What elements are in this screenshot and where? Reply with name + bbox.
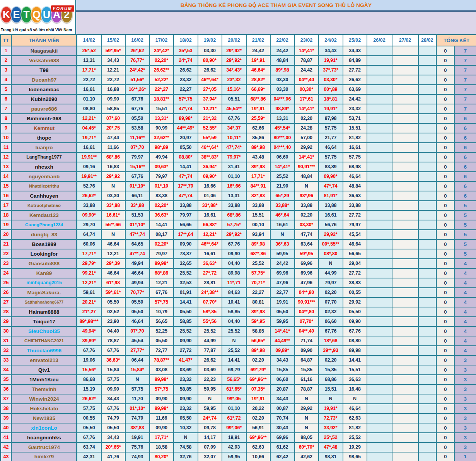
score-cell: 53,58 [125,123,150,133]
score-cell [392,65,418,75]
table-row: 24Kan8999,21*46,6446,6468*,8625,5227*,72… [1,268,476,278]
row-index-cell: 26 [1,288,12,297]
score-cell: 00,30* [295,85,319,94]
score-cell: 33,88 [246,201,270,210]
score-cell [392,201,418,210]
score-cell: 36,94* [198,162,222,172]
score-cell: 32,65 [174,259,198,268]
score-cell [418,104,437,114]
score-cell: 15,16* [222,85,246,94]
col-header-date: 23/02 [295,35,319,46]
row-index-cell: 6 [1,94,12,104]
score-cell: 33,88* [270,201,295,210]
total-cell: 4 [454,346,476,355]
zero-cell: 0 [437,172,454,181]
score-cell: 09,90 [343,317,367,326]
score-cell: 02,20* [150,201,174,210]
total-cell: 3 [454,423,476,433]
score-cell [392,75,418,85]
score-cell: 18*,81 [319,94,343,104]
score-cell: 15,85 [270,365,295,375]
score-cell [392,46,418,56]
score-cell: 45,54 [343,230,367,239]
score-cell: 33*,88* [198,201,222,210]
score-cell [367,152,392,162]
total-cell: 5 [454,230,476,239]
score-cell: 89*,98 [246,239,270,249]
score-cell: 61*,72 [222,413,246,423]
score-cell: 27,77* [125,346,150,355]
score-cell [392,152,418,162]
score-cell: 21,90 [270,181,295,191]
score-cell: 03,30 [198,46,222,56]
score-cell: 57*,75 [150,384,174,394]
score-cell [392,56,418,65]
score-cell [418,220,437,230]
zero-cell: 0 [437,413,454,423]
row-index-cell: 11 [1,143,12,152]
score-cell: 84,89 [343,56,367,65]
zero-cell: 0 [437,162,454,172]
score-cell: N [295,394,319,404]
score-cell: 56,65 [150,317,174,326]
score-cell: 19,91* [319,104,343,114]
score-cell: 83,38 [150,191,174,201]
member-name-cell: Gautruc1974 [12,442,77,452]
score-cell [418,230,437,239]
score-cell [367,278,392,288]
score-cell: 18,81** [150,94,174,104]
row-index-cell: 29 [1,317,12,326]
score-cell: 69,96 [270,268,295,278]
score-cell: 09,90 [295,346,319,355]
col-header-date: 17/02 [150,35,174,46]
score-cell [392,278,418,288]
score-cell: 19,91** [77,172,101,181]
score-cell: 21*,32 [198,114,222,123]
score-cell: 05,50 [125,114,150,123]
member-name-cell: Satthuhoahong6677 [12,297,77,307]
score-cell [418,442,437,452]
row-index-cell: 5 [1,85,12,94]
member-name-cell: Hokshelato [12,404,77,413]
score-cell: 89*,98 [246,162,270,172]
score-cell [418,297,437,307]
score-cell [392,133,418,143]
score-cell [367,133,392,143]
score-cell [392,85,418,94]
score-cell [418,452,437,461]
score-cell: 05,50 [125,307,150,317]
score-cell: 67,76 [125,94,150,104]
score-cell: 33,88 [319,201,343,210]
table-row: 5lodenambac16,6116,8816**,26*22*,2722,27… [1,85,476,94]
score-cell: 81,91* [319,191,343,201]
report-title: BẢNG THỐNG KÊ PHONG ĐỘ ACE THAM GIA EVEN… [181,2,372,8]
score-cell: 09,90* [198,172,222,181]
score-cell: 26,62** [150,65,174,75]
zero-cell: 0 [437,394,454,404]
score-cell: 67,76 [343,326,367,336]
score-cell: 12,21* [77,114,101,123]
score-cell: 10,79 [150,307,174,317]
score-cell: 89,98 [222,268,246,278]
score-cell: 25*,52 [319,433,343,442]
score-cell: 10,11* [222,133,246,143]
table-row: 43himle7942,3141,7674,9380,20*32,7632,07… [1,452,476,461]
score-cell: 14*,41* [295,46,319,56]
row-index-cell: 7 [1,104,12,114]
zero-cell: 0 [437,249,454,259]
table-row: 9Kemmut04,45*20*,7553,5890,9944**,49*52,… [1,123,476,133]
score-cell: 00,55 [343,288,367,297]
score-cell [418,317,437,326]
row-index-cell: 4 [1,75,12,85]
score-cell: 60*,70* [295,442,319,452]
row-index-cell: 37 [1,394,12,404]
score-cell: 89,98* [150,259,174,268]
score-cell: 36,63* [198,259,222,268]
member-name-cell: luanjro [12,143,77,152]
member-name-cell: minhquang2015 [12,278,77,288]
zero-cell: 0 [437,326,454,336]
score-cell: 80,81 [246,297,270,307]
score-cell: 01,10 [222,404,246,413]
zero-cell: 0 [437,375,454,384]
total-cell: 6 [454,172,476,181]
